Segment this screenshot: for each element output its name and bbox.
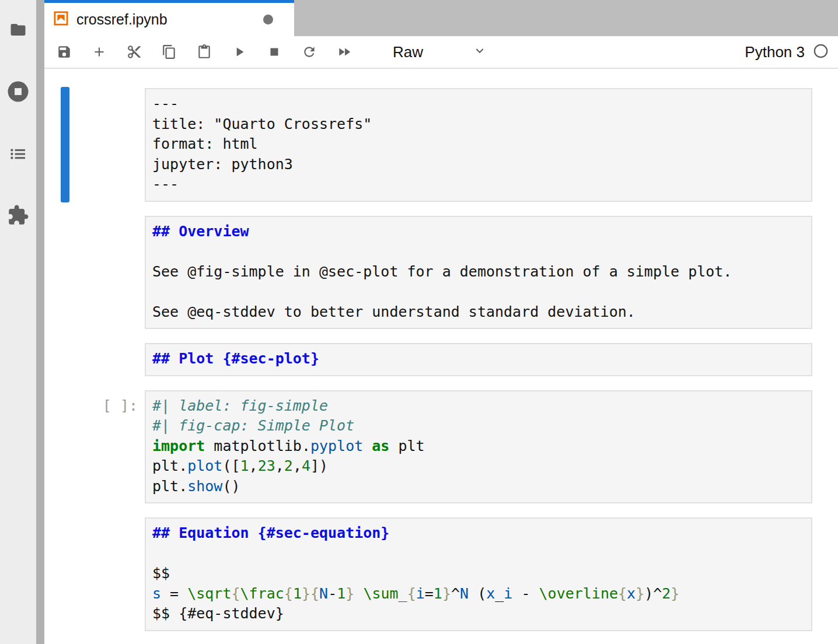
cut-icon — [127, 44, 142, 60]
kernel-name: Python 3 — [745, 43, 805, 61]
cell-code-3[interactable]: [ ]:#| label: fig-simple#| fig-cap: Simp… — [44, 390, 838, 504]
code-line: import matplotlib.pyplot as plt — [152, 436, 804, 457]
restart-kernel-button[interactable] — [302, 44, 317, 60]
save-button[interactable] — [57, 44, 72, 60]
code-line — [152, 544, 804, 564]
notebook-icon — [53, 10, 69, 29]
cell-type-value: Raw — [393, 43, 423, 61]
cell-markdown-1[interactable]: ## Overview See @fig-simple in @sec-plot… — [44, 216, 838, 330]
run-icon — [232, 44, 247, 60]
code-line: --- — [152, 174, 804, 195]
stop-icon — [267, 44, 282, 60]
cut-cell-button[interactable] — [127, 44, 142, 60]
code-line: plt.show() — [152, 477, 804, 497]
restart-icon — [302, 44, 317, 60]
tab-title: crossref.ipynb — [76, 11, 167, 28]
code-line: ## Plot {#sec-plot} — [152, 349, 804, 369]
notebook-panel: ---title: "Quarto Crossrefs"format: html… — [44, 69, 838, 631]
interrupt-kernel-button[interactable] — [267, 44, 282, 60]
main-area: crossref.ipynb — [44, 0, 838, 644]
code-line: format: html — [152, 134, 804, 155]
code-line: #| label: fig-simple — [152, 396, 804, 416]
fast-forward-icon — [337, 44, 352, 60]
jupyterlab-window: crossref.ipynb — [0, 0, 838, 644]
toc-icon — [9, 145, 27, 166]
cell-markdown-2[interactable]: ## Plot {#sec-plot} — [44, 343, 838, 376]
sidebar-item-file-browser[interactable] — [0, 21, 36, 41]
selected-cell-collapser[interactable] — [61, 87, 69, 202]
execution-prompt — [44, 343, 145, 376]
cell-editor[interactable]: ## Equation {#sec-equation} $$s = \sqrt{… — [145, 517, 812, 631]
save-icon — [57, 44, 72, 60]
cell-editor[interactable]: #| label: fig-simple#| fig-cap: Simple P… — [145, 390, 812, 504]
cell-type-select[interactable]: Raw — [393, 43, 487, 61]
code-line: jupyter: python3 — [152, 155, 804, 175]
add-cell-button[interactable] — [92, 44, 107, 60]
code-line: title: "Quarto Crossrefs" — [152, 114, 804, 135]
code-line — [152, 242, 804, 262]
tab-crossref-ipynb[interactable]: crossref.ipynb — [44, 0, 294, 36]
execution-prompt — [44, 216, 145, 330]
code-line: s = \sqrt{\frac{1}{N-1} \sum_{i=1}^N (x_… — [152, 584, 804, 604]
execution-prompt: [ ]: — [44, 390, 145, 504]
cell-editor[interactable]: ---title: "Quarto Crossrefs"format: html… — [145, 88, 812, 202]
code-line: plt.plot([1,23,2,4]) — [152, 456, 804, 477]
cell-editor[interactable]: ## Overview See @fig-simple in @sec-plot… — [145, 216, 812, 330]
paste-cell-button[interactable] — [197, 44, 212, 60]
copy-cell-button[interactable] — [162, 44, 177, 60]
cell-editor[interactable]: ## Plot {#sec-plot} — [145, 343, 812, 376]
execution-prompt — [44, 88, 145, 202]
sidebar-item-running-sessions[interactable] — [0, 79, 36, 106]
sidebar-item-extensions[interactable] — [0, 204, 36, 229]
notebook-cells: ---title: "Quarto Crossrefs"format: html… — [44, 88, 838, 631]
copy-icon — [162, 44, 177, 60]
code-line: ## Equation {#sec-equation} — [152, 523, 804, 544]
run-cell-button[interactable] — [232, 44, 247, 60]
chevron-down-icon — [472, 43, 487, 61]
execution-prompt — [44, 517, 145, 631]
code-line: --- — [152, 94, 804, 114]
code-line: See @fig-simple in @sec-plot for a demon… — [152, 262, 804, 282]
notebook-toolbar: Raw Python 3 — [44, 36, 838, 69]
unsaved-changes-indicator[interactable] — [263, 15, 273, 24]
left-sidebar — [0, 0, 36, 644]
code-line: $$ {#eq-stddev} — [152, 604, 804, 624]
restart-run-all-button[interactable] — [337, 44, 352, 60]
kernel-status-circle-icon — [813, 43, 829, 61]
code-line — [152, 282, 804, 302]
tab-bar: crossref.ipynb — [44, 0, 838, 36]
puzzle-icon — [7, 204, 29, 229]
paste-icon — [197, 44, 212, 60]
sidebar-item-table-of-contents[interactable] — [0, 145, 36, 166]
code-line: $$ — [152, 564, 804, 584]
sidebar-splitter[interactable] — [36, 0, 44, 644]
code-line: ## Overview — [152, 222, 804, 242]
code-line: See @eq-stddev to better understand stan… — [152, 302, 804, 323]
add-cell-icon — [92, 44, 107, 60]
cell-raw-0[interactable]: ---title: "Quarto Crossrefs"format: html… — [44, 88, 838, 202]
code-line: #| fig-cap: Simple Plot — [152, 416, 804, 436]
kernel-indicator[interactable]: Python 3 — [745, 43, 838, 61]
stop-circle-icon — [6, 79, 30, 106]
cell-markdown-4[interactable]: ## Equation {#sec-equation} $$s = \sqrt{… — [44, 517, 838, 631]
folder-icon — [9, 21, 27, 41]
